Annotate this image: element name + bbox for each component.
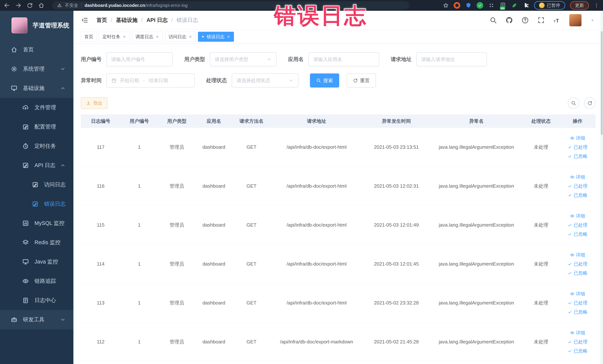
tab-close-icon[interactable] — [188, 35, 192, 39]
sidebar-item-api-log[interactable]: API 日志 — [0, 156, 73, 175]
user-type-select[interactable]: 请选择用户类型 — [210, 52, 277, 66]
breadcrumb-item[interactable]: API 日志 — [146, 16, 168, 24]
page-scrollbar[interactable] — [600, 11, 603, 364]
sidebar-item-error-log[interactable]: 错误日志 — [0, 194, 73, 214]
cell-method: GET — [232, 283, 271, 322]
action-ignored[interactable]: 已忽略 — [568, 348, 587, 354]
browser-home-icon[interactable] — [38, 2, 45, 9]
breadcrumb-item[interactable]: 首页 — [96, 16, 107, 24]
sidebar-item-home[interactable]: 首页 — [0, 40, 73, 59]
sidebar-item-system-mgmt[interactable]: 系统管理 — [0, 59, 73, 79]
app: 芋道管理系统 首页系统管理基础设施文件管理配置管理定时任务API 日志访问日志错… — [0, 11, 603, 364]
cell-user-type: 管理员 — [158, 283, 196, 322]
breadcrumb-separator: / — [141, 17, 143, 23]
bookmark-star-icon[interactable] — [443, 2, 449, 8]
extension-orange-icon[interactable] — [453, 2, 460, 9]
sidebar-item-label: 访问日志 — [44, 181, 66, 188]
user-avatar[interactable] — [569, 14, 581, 26]
action-detail[interactable]: 详细 — [570, 252, 585, 258]
tab-close-icon[interactable] — [123, 35, 126, 39]
sidebar-item-config-mgmt[interactable]: 配置管理 — [0, 117, 73, 137]
extension-grid-icon[interactable] — [488, 2, 495, 9]
table-header-row: 日志编号用户编号用户类型应用名请求方法名请求地址异常发生时间异常名处理状态操作 — [81, 115, 596, 128]
action-processed[interactable]: 已处理 — [568, 144, 587, 150]
browser-menu-icon[interactable] — [594, 3, 599, 8]
reset-icon — [353, 78, 358, 83]
action-ignored[interactable]: 已忽略 — [568, 153, 587, 159]
status-select[interactable]: 请选择处理状态 — [232, 73, 299, 88]
sidebar-item-label: MySQL 监控 — [35, 220, 65, 227]
tab-close-icon[interactable] — [227, 35, 231, 39]
tab-schedule-log[interactable]: 调度日志 — [132, 32, 163, 42]
check-icon — [568, 145, 572, 150]
extension-on-icon[interactable]: on — [499, 2, 506, 9]
action-detail[interactable]: 详细 — [570, 291, 585, 297]
sidebar-item-scheduled-tasks[interactable]: 定时任务 — [0, 137, 73, 156]
cell-status: 未处理 — [522, 322, 560, 361]
help-icon[interactable] — [522, 16, 529, 24]
sidebar-item-access-log[interactable]: 访问日志 — [0, 175, 73, 194]
action-detail[interactable]: 详细 — [570, 330, 585, 336]
tab-home[interactable]: 首页 — [81, 32, 97, 42]
sidebar-item-infrastructure[interactable]: 基础设施 — [0, 79, 73, 98]
extension-green-icon[interactable] — [476, 2, 483, 9]
browser-back-icon[interactable] — [4, 2, 10, 9]
sidebar-item-label: 配置管理 — [35, 123, 56, 130]
action-ignored[interactable]: 已忽略 — [568, 192, 587, 198]
exception-time-daterange[interactable]: 开始日期 - 结束日期 — [106, 73, 195, 88]
action-processed[interactable]: 已处理 — [568, 261, 587, 267]
reset-button[interactable]: 重置 — [347, 73, 376, 88]
action-ignored[interactable]: 已忽略 — [568, 231, 587, 237]
action-ignored[interactable]: 已忽略 — [568, 309, 587, 315]
tab-access-log[interactable]: 访问日志 — [165, 32, 196, 42]
user-caret-down-icon[interactable] — [590, 18, 595, 23]
app-name-input[interactable] — [313, 57, 374, 62]
action-processed[interactable]: 已处理 — [568, 339, 587, 345]
toggle-search-button[interactable] — [568, 97, 579, 109]
chrome-update-button[interactable]: 更新 — [570, 1, 589, 10]
sidebar-item-trace[interactable]: 链路追踪 — [0, 271, 73, 291]
action-detail[interactable]: 详细 — [570, 213, 585, 219]
header-search-icon[interactable] — [489, 16, 497, 24]
action-ignored[interactable]: 已忽略 — [568, 270, 587, 276]
eye-icon — [570, 253, 574, 257]
browser-reload-icon[interactable] — [27, 2, 33, 9]
action-detail[interactable]: 详细 — [570, 174, 585, 180]
request-url-input[interactable] — [421, 57, 482, 62]
sidebar-item-mysql-monitor[interactable]: MySQL 监控 — [0, 214, 73, 233]
search-button[interactable]: 搜索 — [310, 73, 339, 88]
action-processed[interactable]: 已处理 — [568, 300, 587, 306]
sidebar-item-redis-monitor[interactable]: Redis 监控 — [0, 233, 73, 252]
user-id-input[interactable] — [111, 57, 168, 62]
tab-scheduled-tasks[interactable]: 定时任务 — [99, 32, 130, 42]
sidebar-item-dev-tools[interactable]: 研发工具 — [0, 310, 73, 329]
logo-row[interactable]: 芋道管理系统 — [0, 11, 73, 40]
sidebar-menu: 首页系统管理基础设施文件管理配置管理定时任务API 日志访问日志错误日志MySQ… — [0, 40, 73, 329]
profile-paused-pill[interactable]: 已暂停 — [534, 1, 565, 10]
sidebar-fold-icon[interactable] — [81, 16, 89, 24]
action-processed[interactable]: 已处理 — [568, 183, 587, 189]
export-button[interactable]: 导出 — [81, 97, 107, 109]
extension-shield-icon[interactable] — [465, 2, 472, 9]
tab-error-log[interactable]: 错误日志 — [198, 32, 234, 42]
cell-user-id: 1 — [120, 283, 158, 322]
extension-leaf-icon[interactable] — [511, 2, 518, 9]
action-detail[interactable]: 详细 — [570, 135, 585, 141]
breadcrumb-item[interactable]: 基础设施 — [116, 16, 138, 24]
action-processed[interactable]: 已处理 — [568, 222, 587, 228]
sidebar-item-java-monitor[interactable]: Java 监控 — [0, 252, 73, 271]
scrollbar-thumb[interactable] — [601, 31, 603, 135]
tab-close-icon[interactable] — [156, 35, 159, 39]
cell-method: GET — [232, 322, 271, 361]
fullscreen-icon[interactable] — [537, 16, 545, 24]
github-icon[interactable] — [506, 16, 513, 24]
cell-time: 2021-05-03 23:13:51 — [362, 128, 430, 167]
date-separator: - — [143, 78, 145, 83]
sidebar-item-log-center[interactable]: 日志中心 — [0, 291, 73, 310]
table-row: 1161管理员dashboardGET/api/infra/db-doc/exp… — [81, 167, 596, 206]
refresh-table-button[interactable] — [584, 97, 596, 109]
sidebar-item-file-mgmt[interactable]: 文件管理 — [0, 98, 73, 117]
browser-forward-icon[interactable] — [15, 2, 22, 9]
font-size-icon[interactable]: TT — [553, 16, 561, 24]
extensions-puzzle-icon[interactable] — [522, 2, 529, 9]
